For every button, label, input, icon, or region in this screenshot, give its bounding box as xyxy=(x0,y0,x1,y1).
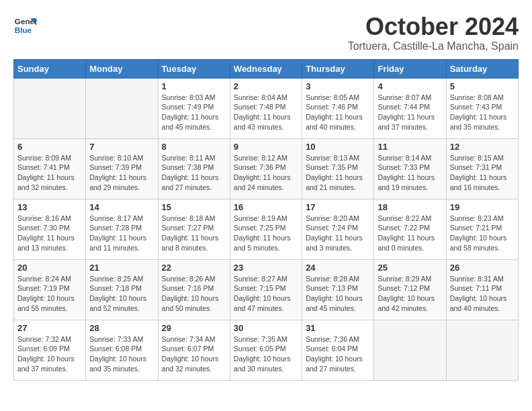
calendar-cell: 24Sunrise: 8:28 AM Sunset: 7:13 PM Dayli… xyxy=(302,259,374,320)
day-info: Sunrise: 7:36 AM Sunset: 6:04 PM Dayligh… xyxy=(306,334,370,374)
day-number: 24 xyxy=(306,263,370,273)
week-row-2: 6Sunrise: 8:09 AM Sunset: 7:41 PM Daylig… xyxy=(14,138,519,199)
day-info: Sunrise: 8:13 AM Sunset: 7:35 PM Dayligh… xyxy=(306,153,370,193)
day-number: 12 xyxy=(450,142,515,152)
calendar-cell xyxy=(374,320,446,380)
day-number: 20 xyxy=(17,263,82,273)
calendar-cell: 18Sunrise: 8:22 AM Sunset: 7:22 PM Dayli… xyxy=(374,199,446,259)
calendar-cell xyxy=(14,78,86,138)
calendar-cell xyxy=(446,320,518,380)
calendar-cell: 17Sunrise: 8:20 AM Sunset: 7:24 PM Dayli… xyxy=(302,199,374,259)
day-info: Sunrise: 8:09 AM Sunset: 7:41 PM Dayligh… xyxy=(17,153,82,193)
day-number: 13 xyxy=(17,202,82,212)
header-row: SundayMondayTuesdayWednesdayThursdayFrid… xyxy=(14,59,519,78)
calendar-cell: 30Sunrise: 7:35 AM Sunset: 6:05 PM Dayli… xyxy=(230,320,302,380)
day-info: Sunrise: 7:35 AM Sunset: 6:05 PM Dayligh… xyxy=(234,334,298,374)
day-number: 16 xyxy=(234,202,298,212)
day-number: 5 xyxy=(450,81,515,91)
week-row-4: 20Sunrise: 8:24 AM Sunset: 7:19 PM Dayli… xyxy=(14,259,519,320)
header-monday: Monday xyxy=(86,59,158,78)
calendar-cell: 20Sunrise: 8:24 AM Sunset: 7:19 PM Dayli… xyxy=(14,259,86,320)
day-number: 4 xyxy=(378,81,442,91)
day-number: 14 xyxy=(89,202,154,212)
day-number: 8 xyxy=(162,142,226,152)
day-info: Sunrise: 8:15 AM Sunset: 7:31 PM Dayligh… xyxy=(450,153,515,193)
day-number: 2 xyxy=(234,81,298,91)
calendar-cell: 21Sunrise: 8:25 AM Sunset: 7:18 PM Dayli… xyxy=(86,259,158,320)
day-number: 21 xyxy=(89,263,154,273)
day-info: Sunrise: 8:08 AM Sunset: 7:43 PM Dayligh… xyxy=(450,93,515,132)
day-info: Sunrise: 8:18 AM Sunset: 7:27 PM Dayligh… xyxy=(162,214,226,253)
day-number: 18 xyxy=(378,202,442,212)
calendar-cell: 10Sunrise: 8:13 AM Sunset: 7:35 PM Dayli… xyxy=(302,138,374,199)
day-info: Sunrise: 8:11 AM Sunset: 7:38 PM Dayligh… xyxy=(162,153,226,193)
day-info: Sunrise: 8:23 AM Sunset: 7:21 PM Dayligh… xyxy=(450,214,515,253)
calendar-cell: 27Sunrise: 7:32 AM Sunset: 6:09 PM Dayli… xyxy=(14,320,86,380)
week-row-5: 27Sunrise: 7:32 AM Sunset: 6:09 PM Dayli… xyxy=(14,320,519,380)
day-info: Sunrise: 8:07 AM Sunset: 7:44 PM Dayligh… xyxy=(378,93,442,132)
day-number: 15 xyxy=(162,202,226,212)
svg-text:Blue: Blue xyxy=(15,26,32,34)
calendar-cell: 23Sunrise: 8:27 AM Sunset: 7:15 PM Dayli… xyxy=(230,259,302,320)
calendar-cell: 19Sunrise: 8:23 AM Sunset: 7:21 PM Dayli… xyxy=(446,199,518,259)
day-info: Sunrise: 8:25 AM Sunset: 7:18 PM Dayligh… xyxy=(89,274,154,314)
header-tuesday: Tuesday xyxy=(158,59,230,78)
location-title: Tortuera, Castille-La Mancha, Spain xyxy=(348,40,519,52)
day-info: Sunrise: 8:03 AM Sunset: 7:49 PM Dayligh… xyxy=(162,93,226,132)
header-wednesday: Wednesday xyxy=(230,59,302,78)
day-number: 26 xyxy=(450,263,515,273)
week-row-1: 1Sunrise: 8:03 AM Sunset: 7:49 PM Daylig… xyxy=(14,78,519,138)
day-info: Sunrise: 8:10 AM Sunset: 7:39 PM Dayligh… xyxy=(89,153,154,193)
day-number: 1 xyxy=(162,81,226,91)
day-info: Sunrise: 8:17 AM Sunset: 7:28 PM Dayligh… xyxy=(89,214,154,253)
day-number: 11 xyxy=(378,142,442,152)
calendar-cell: 7Sunrise: 8:10 AM Sunset: 7:39 PM Daylig… xyxy=(86,138,158,199)
day-info: Sunrise: 8:26 AM Sunset: 7:16 PM Dayligh… xyxy=(162,274,226,314)
day-info: Sunrise: 8:29 AM Sunset: 7:12 PM Dayligh… xyxy=(378,274,442,314)
day-info: Sunrise: 8:19 AM Sunset: 7:25 PM Dayligh… xyxy=(234,214,298,253)
calendar-cell: 9Sunrise: 8:12 AM Sunset: 7:36 PM Daylig… xyxy=(230,138,302,199)
calendar-cell xyxy=(86,78,158,138)
day-info: Sunrise: 8:12 AM Sunset: 7:36 PM Dayligh… xyxy=(234,153,298,193)
calendar-cell: 15Sunrise: 8:18 AM Sunset: 7:27 PM Dayli… xyxy=(158,199,230,259)
day-number: 7 xyxy=(89,142,154,152)
month-title: October 2024 xyxy=(348,13,519,40)
day-number: 10 xyxy=(306,142,370,152)
header-saturday: Saturday xyxy=(446,59,518,78)
day-number: 30 xyxy=(234,323,298,333)
day-info: Sunrise: 8:27 AM Sunset: 7:15 PM Dayligh… xyxy=(234,274,298,314)
day-info: Sunrise: 8:31 AM Sunset: 7:11 PM Dayligh… xyxy=(450,274,515,314)
title-section: October 2024 Tortuera, Castille-La Manch… xyxy=(348,13,519,52)
calendar-cell: 16Sunrise: 8:19 AM Sunset: 7:25 PM Dayli… xyxy=(230,199,302,259)
calendar-cell: 5Sunrise: 8:08 AM Sunset: 7:43 PM Daylig… xyxy=(446,78,518,138)
calendar-cell: 29Sunrise: 7:34 AM Sunset: 6:07 PM Dayli… xyxy=(158,320,230,380)
calendar-cell: 8Sunrise: 8:11 AM Sunset: 7:38 PM Daylig… xyxy=(158,138,230,199)
day-number: 31 xyxy=(306,323,370,333)
calendar-cell: 11Sunrise: 8:14 AM Sunset: 7:33 PM Dayli… xyxy=(374,138,446,199)
calendar-cell: 22Sunrise: 8:26 AM Sunset: 7:16 PM Dayli… xyxy=(158,259,230,320)
header-sunday: Sunday xyxy=(14,59,86,78)
calendar-cell: 12Sunrise: 8:15 AM Sunset: 7:31 PM Dayli… xyxy=(446,138,518,199)
calendar-cell: 14Sunrise: 8:17 AM Sunset: 7:28 PM Dayli… xyxy=(86,199,158,259)
calendar-cell: 31Sunrise: 7:36 AM Sunset: 6:04 PM Dayli… xyxy=(302,320,374,380)
day-number: 29 xyxy=(162,323,226,333)
calendar-cell: 13Sunrise: 8:16 AM Sunset: 7:30 PM Dayli… xyxy=(14,199,86,259)
calendar-cell: 3Sunrise: 8:05 AM Sunset: 7:46 PM Daylig… xyxy=(302,78,374,138)
week-row-3: 13Sunrise: 8:16 AM Sunset: 7:30 PM Dayli… xyxy=(14,199,519,259)
day-info: Sunrise: 8:24 AM Sunset: 7:19 PM Dayligh… xyxy=(17,274,82,314)
calendar-cell: 26Sunrise: 8:31 AM Sunset: 7:11 PM Dayli… xyxy=(446,259,518,320)
header-thursday: Thursday xyxy=(302,59,374,78)
calendar-cell: 4Sunrise: 8:07 AM Sunset: 7:44 PM Daylig… xyxy=(374,78,446,138)
page-header: General Blue October 2024 Tortuera, Cast… xyxy=(13,13,519,52)
day-number: 9 xyxy=(234,142,298,152)
day-info: Sunrise: 8:22 AM Sunset: 7:22 PM Dayligh… xyxy=(378,214,442,253)
day-number: 23 xyxy=(234,263,298,273)
day-info: Sunrise: 7:34 AM Sunset: 6:07 PM Dayligh… xyxy=(162,334,226,374)
logo-icon: General Blue xyxy=(13,13,38,38)
day-info: Sunrise: 7:33 AM Sunset: 6:08 PM Dayligh… xyxy=(89,334,154,374)
calendar-cell: 2Sunrise: 8:04 AM Sunset: 7:48 PM Daylig… xyxy=(230,78,302,138)
day-info: Sunrise: 8:28 AM Sunset: 7:13 PM Dayligh… xyxy=(306,274,370,314)
day-info: Sunrise: 8:14 AM Sunset: 7:33 PM Dayligh… xyxy=(378,153,442,193)
calendar-cell: 6Sunrise: 8:09 AM Sunset: 7:41 PM Daylig… xyxy=(14,138,86,199)
day-info: Sunrise: 8:20 AM Sunset: 7:24 PM Dayligh… xyxy=(306,214,370,253)
